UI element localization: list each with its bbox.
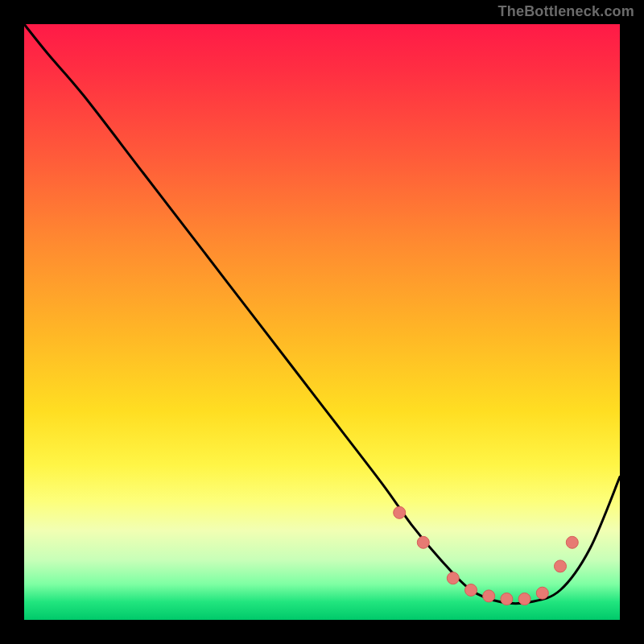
data-marker [417,536,429,548]
data-marker [555,560,567,572]
data-marker [518,593,530,605]
chart-svg [24,24,620,620]
bottleneck-curve [24,24,620,604]
data-marker [483,590,495,602]
data-marker [566,536,578,548]
data-marker [501,593,513,605]
data-marker [536,587,548,599]
curve-line-group [24,24,620,604]
chart-frame: TheBottleneck.com [0,0,644,644]
data-marker [465,584,477,597]
plot-area [24,24,620,620]
data-marker [447,572,459,584]
watermark-text: TheBottleneck.com [498,3,634,20]
marker-group [394,506,579,605]
data-marker [394,506,406,518]
